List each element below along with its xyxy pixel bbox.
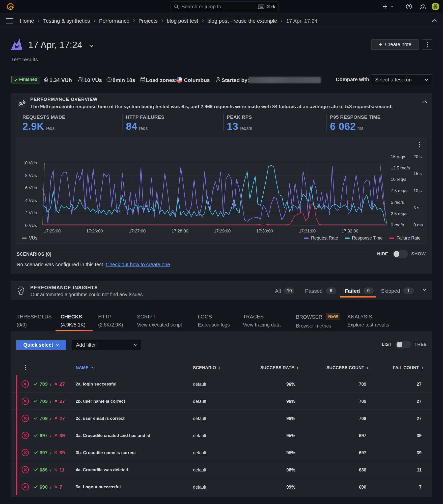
svg-text:k6: k6 bbox=[15, 45, 19, 49]
